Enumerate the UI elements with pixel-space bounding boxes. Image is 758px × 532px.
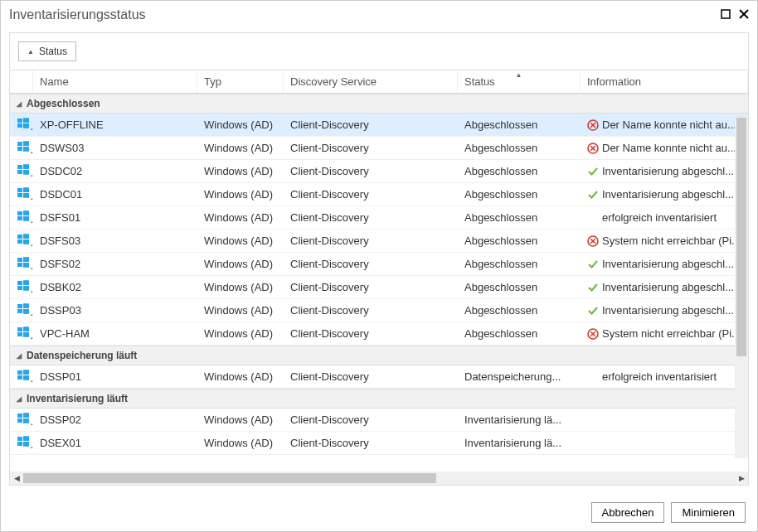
blank-icon: [587, 438, 599, 449]
table-row[interactable]: DSSP01Windows (AD)Client-DiscoveryDatens…: [10, 365, 748, 389]
table-row[interactable]: DSBK02Windows (AD)Client-DiscoveryAbgesc…: [10, 276, 748, 299]
cell-info: Der Name konnte nicht au...: [581, 115, 748, 134]
cell-discovery: Client-Discovery: [284, 367, 458, 386]
vertical-scrollbar[interactable]: [735, 118, 748, 458]
cell-status: Abgeschlossen: [458, 185, 581, 204]
content-panel: ▲ Status Name Typ Discovery Service ▲ St…: [9, 32, 749, 486]
svg-rect-12: [17, 147, 22, 151]
cell-typ: Windows (AD): [197, 254, 284, 273]
cell-name: DSSP02: [33, 410, 197, 429]
cell-icon: [10, 253, 33, 275]
cell-icon: [10, 160, 33, 182]
table-row[interactable]: DSFS03Windows (AD)Client-DiscoveryAbgesc…: [10, 230, 748, 253]
cell-info: erfolgreich inventarisiert: [581, 367, 748, 386]
table-header: Name Typ Discovery Service ▲ Status Info…: [10, 70, 748, 94]
scroll-right-icon[interactable]: ▶: [735, 472, 748, 485]
svg-rect-11: [23, 141, 29, 146]
svg-rect-28: [23, 216, 29, 221]
svg-rect-23: [17, 193, 22, 197]
cell-name: DSFS03: [33, 231, 197, 250]
cell-info: Inventarisierung abgeschl...: [581, 301, 748, 320]
svg-rect-10: [17, 142, 22, 146]
cell-typ: Windows (AD): [197, 278, 284, 297]
svg-rect-63: [17, 437, 22, 441]
window-title: Inventarisierungsstatus: [9, 7, 721, 22]
table-row[interactable]: DSSP03Windows (AD)Client-DiscoveryAbgesc…: [10, 299, 748, 322]
cell-status: Abgeschlossen: [458, 254, 581, 273]
cell-info-text: System nicht erreichbar (Pi...: [602, 235, 741, 247]
cell-typ: Windows (AD): [197, 433, 284, 452]
table-row[interactable]: DSDC02Windows (AD)Client-DiscoveryAbgesc…: [10, 160, 748, 183]
svg-rect-55: [17, 370, 22, 375]
svg-rect-43: [23, 286, 29, 291]
svg-rect-22: [23, 187, 29, 192]
column-header-name[interactable]: Name: [33, 70, 197, 93]
cell-typ: Windows (AD): [197, 410, 284, 429]
svg-rect-50: [17, 332, 22, 336]
svg-rect-31: [17, 239, 22, 244]
minimize-button[interactable]: Minimieren: [671, 502, 746, 523]
group-label: Datenspeicherung läuft: [27, 350, 137, 361]
cell-info-text: Der Name konnte nicht au...: [602, 118, 736, 131]
svg-rect-24: [23, 193, 29, 198]
cell-typ: Windows (AD): [197, 162, 284, 181]
windows-icon: [17, 163, 30, 177]
table-row[interactable]: VPC-HAMWindows (AD)Client-DiscoveryAbges…: [10, 322, 748, 346]
cell-info: Inventarisierung abgeschl...: [581, 254, 748, 273]
column-header-typ[interactable]: Typ: [197, 70, 284, 93]
cell-discovery: Client-Discovery: [284, 231, 458, 250]
table-row[interactable]: DSDC01Windows (AD)Client-DiscoveryAbgesc…: [10, 183, 748, 206]
close-icon[interactable]: [739, 9, 749, 22]
table-row[interactable]: DSFS01Windows (AD)Client-DiscoveryAbgesc…: [10, 206, 748, 230]
cell-icon: [10, 409, 33, 431]
group-header[interactable]: ◢Inventarisierung läuft: [10, 389, 748, 409]
column-header-icon[interactable]: [10, 70, 33, 93]
caret-down-icon: ◢: [17, 352, 22, 360]
cell-discovery: Client-Discovery: [284, 278, 458, 297]
cell-info: [581, 411, 748, 429]
column-header-info[interactable]: Information: [581, 70, 748, 93]
svg-rect-20: [23, 170, 29, 175]
svg-rect-17: [17, 165, 22, 169]
horizontal-scrollbar[interactable]: ◀ ▶: [10, 472, 748, 485]
cell-info-text: Der Name konnte nicht au...: [602, 142, 736, 154]
caret-down-icon: ◢: [17, 395, 22, 403]
group-header[interactable]: ◢Datenspeicherung läuft: [10, 346, 748, 365]
svg-rect-57: [17, 375, 22, 380]
windows-icon: [17, 210, 30, 223]
windows-icon: [17, 326, 30, 339]
cell-discovery: Client-Discovery: [284, 162, 458, 181]
table-row[interactable]: DSEX01Windows (AD)Client-DiscoveryInvent…: [10, 432, 748, 455]
column-header-status-label: Status: [464, 75, 495, 88]
svg-rect-66: [23, 442, 29, 447]
group-header[interactable]: ◢Abgeschlossen: [10, 94, 748, 114]
table-row[interactable]: DSWS03Windows (AD)Client-DiscoveryAbgesc…: [10, 137, 748, 160]
svg-rect-21: [17, 188, 22, 192]
cell-info-text: erfolgreich inventarisiert: [602, 211, 717, 224]
column-header-discovery[interactable]: Discovery Service: [284, 70, 458, 93]
vertical-scrollbar-thumb[interactable]: [736, 118, 746, 356]
table-row[interactable]: DSSP02Windows (AD)Client-DiscoveryInvent…: [10, 409, 748, 432]
table-row[interactable]: DSFS02Windows (AD)Client-DiscoveryAbgesc…: [10, 253, 748, 276]
cell-info-text: Inventarisierung abgeschl...: [602, 281, 734, 293]
table-body: ◢AbgeschlossenXP-OFFLINEWindows (AD)Clie…: [10, 94, 748, 471]
scroll-left-icon[interactable]: ◀: [10, 472, 23, 485]
windows-icon: [17, 117, 30, 130]
cell-icon: [10, 137, 33, 159]
column-header-status[interactable]: ▲ Status: [458, 70, 581, 93]
table-row[interactable]: XP-OFFLINEWindows (AD)Client-DiscoveryAb…: [10, 114, 748, 137]
cancel-button[interactable]: Abbrechen: [591, 502, 665, 523]
error-icon: [587, 119, 599, 131]
group-label: Abgeschlossen: [27, 98, 100, 109]
horizontal-scrollbar-thumb[interactable]: [23, 473, 436, 483]
cell-status: Abgeschlossen: [458, 115, 581, 134]
horizontal-scrollbar-track[interactable]: [23, 472, 735, 485]
group-by-chip[interactable]: ▲ Status: [18, 41, 76, 61]
blank-icon: [587, 414, 599, 426]
cell-icon: [10, 206, 33, 229]
cell-discovery: Client-Discovery: [284, 208, 458, 227]
maximize-icon[interactable]: [721, 9, 731, 22]
svg-rect-27: [17, 216, 22, 220]
cell-name: VPC-HAM: [33, 324, 197, 343]
svg-rect-42: [17, 286, 22, 290]
